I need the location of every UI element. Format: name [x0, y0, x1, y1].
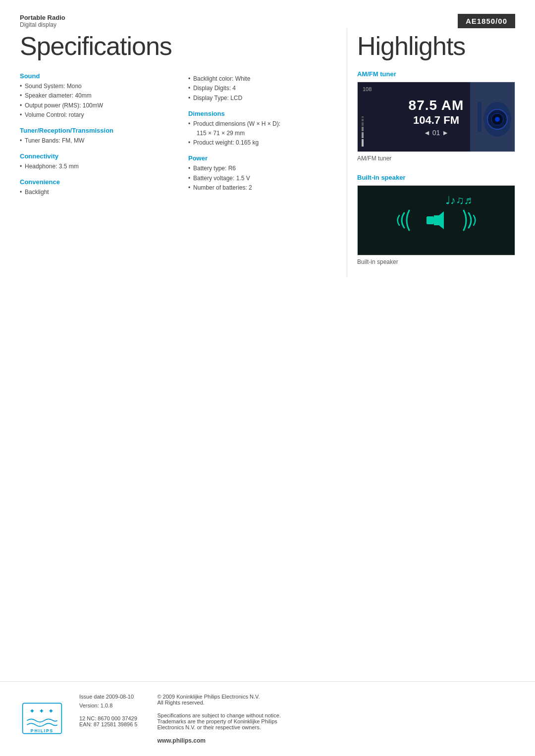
page-footer: ✦ ✦ ✦ PHILIPS Issue date 2009-08-10 Vers…: [0, 681, 535, 756]
highlight-section-amfm: AM/FM tuner 108 87.5 AM 104.7 FM: [357, 70, 515, 162]
issue-date: Issue date 2009-08-10: [79, 694, 137, 700]
highlight-section-speaker: Built-in speaker ♩♪♫♬: [357, 174, 515, 265]
spec-list-tuner: Tuner Bands: FM, MW: [20, 136, 168, 146]
tuner-freq1: 87.5 AM: [409, 97, 464, 114]
spec-list-convenience: Backlight: [20, 188, 168, 197]
spec-section-power: Power Battery type: R6 Battery voltage: …: [188, 154, 337, 193]
version: Version: 1.0.8: [79, 703, 137, 708]
spec-item: Battery voltage: 1.5 V: [188, 174, 337, 183]
spec-item: Output power (RMS): 100mW: [20, 101, 168, 110]
footer-details: Issue date 2009-08-10 Version: 1.0.8 12 …: [79, 694, 515, 744]
spec-item: Backlight color: White: [188, 74, 337, 84]
tuner-frequencies: 87.5 AM 104.7 FM ◄ 01 ►: [409, 97, 464, 137]
spec-section-tuner: Tuner/Reception/Transmission Tuner Bands…: [20, 127, 168, 146]
tuner-display: 108 87.5 AM 104.7 FM ◄ 01 ►: [358, 82, 515, 151]
amfm-title: AM/FM tuner: [357, 70, 515, 78]
left-waves-svg: [392, 205, 412, 235]
spec-section-power-title: Power: [188, 154, 337, 162]
spec-list-sound: Sound System: Mono Speaker diameter: 40m…: [20, 82, 168, 120]
specifications-column: Specifications Sound Sound System: Mono …: [20, 28, 347, 277]
music-notes-svg: ♩♪♫♬: [445, 193, 485, 208]
signal-bar: [362, 116, 364, 118]
product-type: Portable Radio: [20, 14, 65, 21]
tuner-freq2: 104.7 FM: [409, 114, 464, 127]
svg-text:✦: ✦: [39, 706, 45, 714]
footer-col-dates: Issue date 2009-08-10 Version: 1.0.8 12 …: [79, 694, 137, 744]
spec-section-tuner-title: Tuner/Reception/Transmission: [20, 127, 168, 134]
spec-item: Battery type: R6: [188, 164, 337, 173]
product-info: Portable Radio Digital display: [20, 14, 65, 28]
page-header: Portable Radio Digital display AE1850/00: [0, 0, 535, 28]
radio-svg: [473, 92, 512, 142]
spec-item: Number of batteries: 2: [188, 183, 337, 193]
svg-text:PHILIPS: PHILIPS: [31, 728, 54, 733]
specs-col-right: Backlight color: White Display Digits: 4…: [188, 72, 337, 204]
speaker-title: Built-in speaker: [357, 174, 515, 181]
spec-section-sound-title: Sound: [20, 72, 168, 80]
svg-rect-4: [478, 102, 482, 132]
svg-marker-6: [434, 211, 444, 229]
website: www.philips.com: [157, 737, 280, 744]
speaker-caption: Built-in speaker: [357, 258, 515, 265]
specs-col-left: Sound Sound System: Mono Speaker diamete…: [20, 72, 168, 204]
spec-list-dimensions: Product dimensions (W × H × D): 115 × 71…: [188, 119, 337, 148]
svg-rect-7: [427, 216, 434, 224]
spec-section-convenience-title: Convenience: [20, 178, 168, 186]
spec-item: Display Type: LCD: [188, 94, 337, 103]
svg-text:✦: ✦: [29, 706, 35, 714]
tuner-preset: ◄ 01 ►: [409, 129, 464, 137]
amfm-display-image: 108 87.5 AM 104.7 FM ◄ 01 ►: [357, 82, 515, 152]
signal-bar: [362, 119, 364, 121]
product-subtitle: Digital display: [20, 21, 65, 28]
spec-item: Volume Control: rotary: [20, 110, 168, 120]
amfm-caption: AM/FM tuner: [357, 155, 515, 162]
spec-item: Sound System: Mono: [20, 82, 168, 91]
specs-two-col: Sound Sound System: Mono Speaker diamete…: [20, 72, 337, 204]
svg-text:♩♪♫♬: ♩♪♫♬: [445, 194, 472, 206]
svg-text:✦: ✦: [48, 706, 54, 714]
signal-bar: [362, 122, 364, 126]
svg-point-3: [495, 117, 500, 122]
spec-item: Tuner Bands: FM, MW: [20, 136, 168, 146]
spec-section-dimensions-title: Dimensions: [188, 110, 337, 117]
spec-list-power: Battery type: R6 Battery voltage: 1.5 V …: [188, 164, 337, 193]
speaker-display-image: ♩♪♫♬: [357, 185, 515, 255]
tuner-channel-number: 108: [363, 86, 372, 92]
footer-col-legal: © 2009 Koninklijke Philips Electronics N…: [157, 694, 280, 744]
spec-item: Product dimensions (W × H × D): 115 × 71…: [188, 119, 337, 138]
philips-logo-svg: ✦ ✦ ✦ PHILIPS: [20, 701, 64, 736]
signal-bar: [362, 127, 364, 131]
disclaimer: Specifications are subject to change wit…: [157, 712, 280, 730]
spec-section-display: Backlight color: White Display Digits: 4…: [188, 74, 337, 103]
music-notes: ♩♪♫♬: [445, 193, 485, 210]
spec-section-sound: Sound Sound System: Mono Speaker diamete…: [20, 72, 168, 120]
spec-item: Backlight: [20, 188, 168, 197]
nc-ean: 12 NC: 8670 000 37429 EAN: 87 12581 3989…: [79, 715, 137, 727]
signal-bar: [362, 139, 364, 147]
spec-section-dimensions: Dimensions Product dimensions (W × H × D…: [188, 110, 337, 148]
speaker-display: ♩♪♫♬: [358, 186, 515, 255]
philips-logo: ✦ ✦ ✦ PHILIPS: [20, 701, 64, 737]
specs-title: Specifications: [20, 32, 337, 60]
spec-list-display: Backlight color: White Display Digits: 4…: [188, 74, 337, 103]
tuner-signal-bars: [362, 92, 365, 147]
signal-bar: [362, 132, 364, 138]
copyright: © 2009 Koninklijke Philips Electronics N…: [157, 694, 280, 706]
spec-section-connectivity: Connectivity Headphone: 3.5 mm: [20, 152, 168, 171]
model-badge: AE1850/00: [458, 14, 515, 28]
spec-item: Display Digits: 4: [188, 84, 337, 93]
spec-item: Speaker diameter: 40mm: [20, 91, 168, 101]
tuner-radio-visual: [470, 82, 515, 151]
highlights-column: Highlights AM/FM tuner 108 87.5 AM: [347, 28, 515, 277]
spec-section-convenience: Convenience Backlight: [20, 178, 168, 197]
spec-item: Product weight: 0.165 kg: [188, 138, 337, 148]
highlights-title: Highlights: [357, 32, 515, 60]
spec-section-connectivity-title: Connectivity: [20, 152, 168, 160]
spec-list-connectivity: Headphone: 3.5 mm: [20, 162, 168, 171]
spec-item: Headphone: 3.5 mm: [20, 162, 168, 171]
main-content: Specifications Sound Sound System: Mono …: [0, 28, 535, 277]
